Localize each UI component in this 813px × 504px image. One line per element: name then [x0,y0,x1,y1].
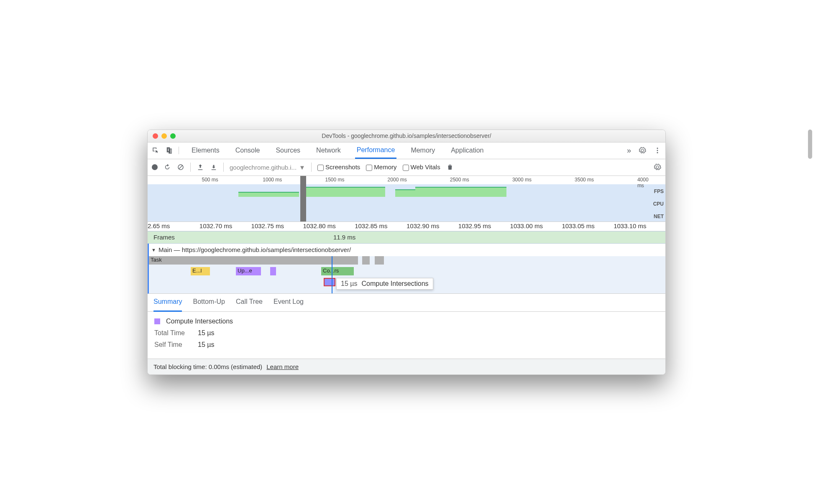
tab-application[interactable]: Application [449,142,485,159]
detail-ruler-mark: 1033.05 ms [562,222,594,229]
ruler-mark: 3500 ms [575,177,594,183]
learn-more-link[interactable]: Learn more [266,363,299,370]
details-tab-bottom-up[interactable]: Bottom-Up [193,298,225,309]
main-thread-title: Main — https://googlechrome.github.io/sa… [159,246,351,253]
disclosure-triangle-icon[interactable]: ▼ [151,247,156,252]
composite-bar[interactable]: Co...rs [321,267,354,275]
kebab-icon[interactable] [654,147,661,154]
titlebar[interactable]: DevTools - googlechrome.github.io/sample… [148,130,665,143]
update-bar[interactable] [270,267,276,275]
tab-network[interactable]: Network [314,142,343,159]
svg-point-2 [657,152,658,153]
flame-chart[interactable]: Task E...l Up...e Co...rs 15 µs Compute … [148,256,665,294]
detail-ruler-mark: 1032.95 ms [458,222,491,229]
footer: Total blocking time: 0.00ms (estimated) … [148,359,665,374]
time-cursor[interactable] [332,256,332,293]
download-icon[interactable] [210,163,217,171]
details-tab-event-log[interactable]: Event Log [274,298,304,309]
tooltip-duration: 15 µs [341,280,357,288]
self-time-label: Self Time [154,341,192,349]
detail-ruler[interactable]: 2.65 ms1032.70 ms1032.75 ms1032.80 ms103… [148,222,665,231]
update-bar[interactable]: Up...e [236,267,261,275]
close-icon[interactable] [153,133,158,139]
overview-panel[interactable]: 500 ms1000 ms1500 ms2000 ms2500 ms3000 m… [148,176,665,222]
frames-row[interactable]: Frames 11.9 ms [148,231,665,244]
details-tab-summary[interactable]: Summary [153,298,182,312]
total-time-value: 15 µs [198,329,214,337]
svg-point-1 [657,150,658,151]
device-icon[interactable] [165,147,173,154]
overview-ruler: 500 ms1000 ms1500 ms2000 ms2500 ms3000 m… [148,176,665,184]
webvitals-check[interactable]: Web Vitals [403,163,440,171]
detail-ruler-mark: 1032.80 ms [303,222,335,229]
minimize-icon[interactable] [161,133,167,139]
memory-check[interactable]: Memory [366,163,396,171]
upload-icon[interactable] [197,163,204,171]
tab-performance[interactable]: Performance [355,142,397,159]
fps-label: FPS [653,185,664,198]
screenshots-check[interactable]: Screenshots [317,163,360,171]
compute-intersections-bar[interactable] [324,278,335,286]
detail-ruler-mark: 1033.15 [665,222,666,229]
ruler-mark: 2000 ms [388,177,407,183]
event-bar[interactable]: E...l [191,267,210,275]
task-bar[interactable] [362,256,370,265]
clear-icon[interactable] [177,163,184,171]
settings-gear-icon[interactable] [654,163,661,171]
svg-line-4 [179,165,183,169]
ruler-mark: 3000 ms [512,177,532,183]
detail-ruler-mark: 1033.00 ms [510,222,543,229]
tab-memory[interactable]: Memory [409,142,437,159]
detail-ruler-mark: 1032.85 ms [355,222,387,229]
devtools-window: DevTools - googlechrome.github.io/sample… [147,130,666,375]
frames-label: Frames [153,234,333,241]
tooltip-name: Compute Intersections [361,280,428,288]
detail-ruler-mark: 1033.10 ms [614,222,646,229]
window-title: DevTools - googlechrome.github.io/sample… [148,132,665,139]
main-thread-header[interactable]: ▼ Main — https://googlechrome.github.io/… [148,244,665,256]
tbt-text: Total blocking time: 0.00ms (estimated) [153,363,262,370]
cpu-lane [148,197,653,211]
color-swatch-icon [154,318,160,324]
trash-icon[interactable] [446,163,454,171]
record-icon[interactable] [152,164,158,170]
details-tabs: SummaryBottom-UpCall TreeEvent Log [148,294,665,312]
ruler-mark: 500 ms [202,177,218,183]
fps-lane [148,184,653,197]
ruler-mark: 1500 ms [325,177,344,183]
details-tab-call-tree[interactable]: Call Tree [236,298,263,309]
svg-point-0 [657,148,658,149]
viewport-handle[interactable] [300,176,306,221]
detail-ruler-mark: 2.65 ms [148,222,170,229]
summary-event-name: Compute Intersections [166,318,233,325]
devtools-tabbar: ElementsConsoleSourcesNetworkPerformance… [148,143,665,159]
detail-ruler-mark: 1032.75 ms [251,222,284,229]
net-label: NET [653,210,664,223]
tab-console[interactable]: Console [234,142,262,159]
more-tabs[interactable]: » [627,146,631,155]
cpu-label: CPU [653,198,664,210]
reload-icon[interactable] [164,163,171,171]
inspect-icon[interactable] [152,147,159,154]
traffic-lights [148,133,176,139]
total-time-label: Total Time [154,329,192,337]
gear-icon[interactable] [639,147,646,154]
frames-value: 11.9 ms [333,234,355,241]
task-bar[interactable]: Task [149,256,358,265]
ruler-mark: 1000 ms [263,177,282,183]
maximize-icon[interactable] [170,133,176,139]
self-time-value: 15 µs [198,341,214,349]
summary-panel: Compute Intersections Total Time 15 µs S… [148,312,665,359]
performance-toolbar: googlechrome.github.i... ▼ Screenshots M… [148,159,665,176]
detail-ruler-mark: 1032.90 ms [406,222,439,229]
ruler-mark: 2500 ms [450,177,469,183]
task-bar[interactable] [375,256,384,265]
profile-url[interactable]: googlechrome.github.i... ▼ [230,164,305,171]
tab-sources[interactable]: Sources [274,142,302,159]
net-lane [148,211,653,220]
detail-ruler-mark: 1032.70 ms [199,222,232,229]
tab-elements[interactable]: Elements [190,142,221,159]
flame-tooltip: 15 µs Compute Intersections [336,278,433,290]
